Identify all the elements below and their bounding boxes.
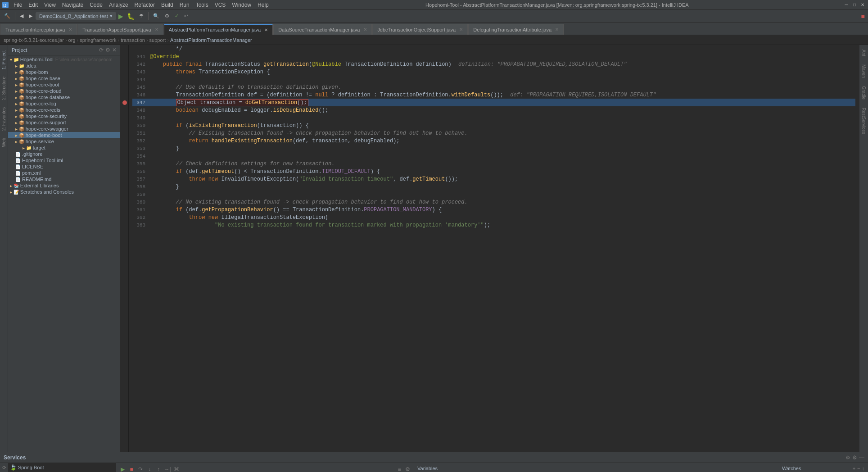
spring-boot-group[interactable]: 🍃 Spring Boot — [8, 464, 116, 471]
restservices-tab[interactable]: RestServices — [860, 105, 867, 137]
code-lines[interactable]: */ 341 @Override 342 public final Transa… — [129, 45, 859, 452]
tree-hope-core-security[interactable]: ▸ 📦 hope-core-security — [8, 113, 120, 119]
tab-transaction-aspect-support[interactable]: TransactionAspectSupport.java ✕ — [77, 24, 163, 35]
gear-icon[interactable]: ⚙ — [852, 454, 857, 461]
tab-delegating-tx-attr[interactable]: DelegatingTransactionAttribute.java ✕ — [468, 24, 564, 35]
breadcrumb-part4[interactable]: transaction — [121, 37, 145, 43]
debug-settings-btn[interactable]: ⚙ — [403, 465, 411, 472]
tree-item-label: hope-core-redis — [26, 107, 60, 113]
tab-transaction-interceptor[interactable]: TransactionInterceptor.java ✕ — [0, 24, 77, 35]
tree-external-libs[interactable]: ▸ 📚 External Libraries — [8, 182, 120, 189]
resume-button[interactable]: ▶ — [118, 465, 127, 472]
reload-icon[interactable]: ⟳ — [1, 464, 7, 472]
menu-window[interactable]: Window — [229, 1, 254, 9]
tree-hope-demo-boot[interactable]: ▸ 📦 hope-demo-boot — [8, 132, 120, 138]
sync-icon[interactable]: ⟳ — [99, 47, 104, 53]
step-out-button[interactable]: ↑ — [154, 465, 163, 472]
gutter-breakpoint — [121, 99, 128, 106]
run-config-selector[interactable]: DemoCloud_B_Application-test ▾ — [36, 12, 116, 20]
tree-hope-core-log[interactable]: ▸ 📦 hope-core-log — [8, 100, 120, 107]
menu-help[interactable]: Help — [255, 1, 271, 9]
coverage-button[interactable]: ☂ — [137, 12, 146, 20]
tab-datasource-tm[interactable]: DataSourceTransactionManager.java ✕ — [273, 24, 372, 35]
tree-scratches[interactable]: ▸ 📝 Scratches and Consoles — [8, 189, 120, 195]
debug-button[interactable]: 🐛 — [126, 13, 136, 20]
run-button[interactable]: ▶ — [117, 13, 125, 20]
breadcrumb-active[interactable]: AbstractPlatformTransactionManager — [170, 37, 252, 43]
evaluate-button[interactable]: ⌘ — [172, 465, 181, 472]
step-into-button[interactable]: ↓ — [145, 465, 154, 472]
tree-iml[interactable]: 📄 Hopehomi-Tool.iml — [8, 157, 120, 163]
favorites-tab[interactable]: 2: Favorites — [0, 104, 7, 134]
menu-run[interactable]: Run — [177, 1, 192, 9]
tree-license[interactable]: 📄 LICENSE — [8, 163, 120, 170]
tree-hope-core-redis[interactable]: ▸ 📦 hope-core-redis — [8, 107, 120, 113]
close-icon[interactable]: ✕ — [555, 27, 559, 32]
step-over-button[interactable]: ↷ — [136, 465, 145, 472]
tree-hope-service[interactable]: ▸ 📦 hope-service — [8, 138, 120, 145]
close-button[interactable]: ✕ — [859, 1, 866, 9]
tree-hope-core-base[interactable]: ▸ 📦 hope-core-base — [8, 75, 120, 82]
menu-code[interactable]: Code — [87, 1, 105, 9]
breadcrumb-part1[interactable]: spring-tx-5.3.21-sources.jar — [4, 37, 64, 43]
tree-hope-core-database[interactable]: ▸ 📦 hope-core-database — [8, 94, 120, 100]
tree-hope-core-support[interactable]: ▸ 📦 hope-core-support — [8, 119, 120, 126]
toolbar-search[interactable]: 🔍 — [151, 12, 162, 20]
tree-pom[interactable]: 📄 pom.xml — [8, 170, 120, 176]
remove-watch-button[interactable]: − — [857, 466, 860, 471]
tree-idea[interactable]: ▸ 📁 .idea — [8, 63, 120, 69]
settings-icon[interactable]: ⚙ — [105, 47, 110, 53]
menu-view[interactable]: View — [41, 1, 59, 9]
maven-tab[interactable]: Maven — [860, 62, 867, 81]
tab-abstract-platform-tm[interactable]: AbstractPlatformTransactionManager.java … — [164, 24, 273, 35]
toolbar-settings[interactable]: ⚙ — [163, 12, 172, 20]
project-tab[interactable]: 1: Project — [0, 47, 7, 73]
tree-hope-core-swagger[interactable]: ▸ 📦 hope-core-swagger — [8, 126, 120, 132]
web-tab[interactable]: Web — [0, 134, 7, 150]
close-panel-icon[interactable]: ✕ — [112, 47, 117, 53]
tree-hope-bom[interactable]: ▸ 📦 hope-bom — [8, 69, 120, 75]
tab-jdbc-tm-obj-support[interactable]: JdbcTransactionObjectSupport.java ✕ — [372, 24, 468, 35]
tree-gitignore[interactable]: 📄 .gitignore — [8, 151, 120, 157]
stop-button[interactable]: ■ — [860, 13, 866, 20]
toolbar-forward-btn[interactable]: ▶ — [27, 12, 35, 20]
tree-hope-core-cloud[interactable]: ▸ 📦 hope-core-cloud — [8, 88, 120, 94]
stop-debug-button[interactable]: ■ — [127, 465, 136, 472]
breadcrumb-part2[interactable]: org — [68, 37, 76, 43]
structure-tab[interactable]: 2: Structure — [0, 73, 7, 104]
maximize-button[interactable]: □ — [851, 1, 858, 9]
breadcrumb-part5[interactable]: support — [149, 37, 166, 43]
ant-tab[interactable]: Ant — [860, 47, 867, 59]
menu-vcs[interactable]: VCS — [212, 1, 229, 9]
settings-icon[interactable]: ⚙ — [845, 454, 850, 461]
menu-tools[interactable]: Tools — [193, 1, 211, 9]
tree-root[interactable]: ▾ 📁 Hopehomi-Tool E:\idea-workspace\hope… — [8, 56, 120, 63]
close-icon[interactable]: ✕ — [155, 27, 158, 32]
close-icon[interactable]: ✕ — [68, 27, 72, 32]
tree-hope-core-boot[interactable]: ▸ 📦 hope-core-boot — [8, 82, 120, 88]
menu-file[interactable]: File — [11, 1, 25, 9]
minimize-icon[interactable]: — — [859, 454, 864, 461]
debug-streams-btn[interactable]: ≡ — [395, 465, 403, 472]
file-icon: 📄 — [15, 164, 21, 169]
menu-edit[interactable]: Edit — [26, 1, 41, 9]
tree-target[interactable]: ▸ 📁 target — [8, 145, 120, 151]
menu-refactor[interactable]: Refactor — [132, 1, 158, 9]
close-icon[interactable]: ✕ — [264, 27, 268, 32]
close-icon[interactable]: ✕ — [459, 27, 463, 32]
menu-navigate[interactable]: Navigate — [59, 1, 86, 9]
toolbar-build-btn[interactable]: 🔨 — [2, 12, 13, 20]
toolbar-vcs[interactable]: ↩ — [182, 12, 190, 20]
toolbar-back-btn[interactable]: ◀ — [18, 12, 26, 20]
menu-build[interactable]: Build — [158, 1, 176, 9]
tree-readme[interactable]: 📄 README.md — [8, 176, 120, 182]
close-icon[interactable]: ✕ — [363, 27, 367, 32]
run-to-cursor-button[interactable]: →| — [163, 465, 172, 472]
breadcrumb-part3[interactable]: springframework — [80, 37, 116, 43]
menu-analyze[interactable]: Analyze — [106, 1, 131, 9]
expand-watch-button[interactable]: ↕ — [862, 466, 865, 471]
gradle-tab[interactable]: Gradle — [860, 83, 867, 102]
minimize-button[interactable]: ─ — [843, 1, 850, 9]
add-watch-button[interactable]: + — [853, 466, 855, 471]
toolbar-git[interactable]: ✓ — [172, 12, 181, 20]
